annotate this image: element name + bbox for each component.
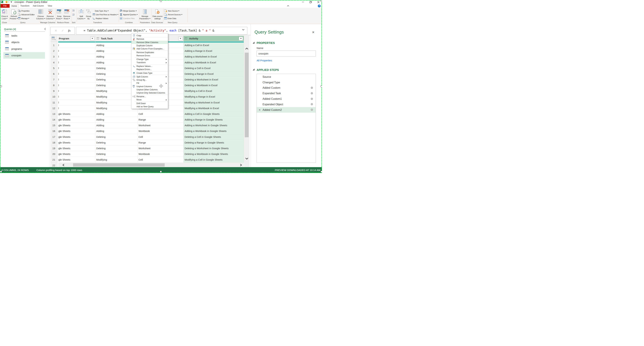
cell-program[interactable]: Excel — [58, 77, 95, 82]
replace-values-button[interactable]: 12Replace Values — [92, 17, 108, 20]
data-source-settings-button[interactable]: Data sourcesettings — [150, 8, 165, 20]
cell-object[interactable]: Cell — [138, 111, 184, 117]
close-panel-icon[interactable]: ✕ — [312, 31, 314, 34]
menu-item-remove-errors[interactable]: Remove Errors — [132, 54, 168, 57]
cell-activity[interactable]: Deleting a Workbook in Google Sheets — [184, 151, 244, 157]
cell-program[interactable]: Google Sheets — [58, 157, 95, 163]
cell-program[interactable]: Excel — [58, 100, 95, 105]
feedback-smiley-button[interactable] — [5, 1, 8, 4]
cell-activity[interactable]: Adding a Workbook in Google Sheets — [184, 128, 244, 134]
vertical-scrollbar[interactable] — [244, 42, 250, 163]
menu-item-unpivot-only-selected-columns[interactable]: Unpivot Only Selected Columns — [132, 91, 168, 95]
menu-item-drill-down[interactable]: Drill Down — [132, 102, 168, 105]
filter-button[interactable] — [239, 37, 243, 40]
query-name-input[interactable]: crossjoin — [256, 51, 316, 56]
delete-step-icon[interactable]: ✕ — [258, 108, 261, 112]
menu-item-copy[interactable]: Copy — [132, 34, 168, 37]
query-list-item[interactable]: tasks — [3, 32, 45, 39]
formula-cancel-icon[interactable]: ✕ — [54, 29, 57, 32]
maximize-button[interactable] — [308, 0, 314, 4]
remove-rows-button[interactable]: RemoveRows — [60, 8, 74, 20]
menu-item-replace-errors[interactable]: Replace Errors... — [132, 68, 168, 71]
cell-program[interactable]: Excel — [58, 65, 95, 71]
cell-activity[interactable]: Adding a Cell in Google Sheets — [184, 111, 244, 117]
applied-step-added-custom[interactable]: Added Custom — [257, 85, 316, 91]
menu-item-transform[interactable]: Transform — [132, 61, 168, 64]
quick-access-toolbar-button[interactable] — [10, 1, 12, 4]
menu-item-group-by[interactable]: Group By... — [132, 78, 168, 81]
cell-program[interactable]: Google Sheets — [58, 151, 95, 157]
applied-step-expanded-object[interactable]: Expanded Object — [257, 102, 316, 107]
new-source-button[interactable]: New Source — [164, 9, 179, 12]
cell-task[interactable]: Deleting — [95, 140, 138, 146]
tab-home[interactable]: Home — [10, 4, 19, 8]
cell-activity[interactable]: Deleting a Worksheet in Google Sheets — [184, 146, 244, 151]
horizontal-scrollbar[interactable] — [58, 163, 244, 167]
cell-object[interactable]: Cell — [138, 157, 184, 163]
select-all-corner[interactable] — [50, 36, 58, 41]
menu-item-replace-values[interactable]: 12Replace Values... — [132, 65, 168, 68]
help-button[interactable]: ? — [318, 4, 321, 7]
cell-program[interactable]: Excel — [58, 94, 95, 100]
cell-activity[interactable]: Adding a Cell in Excel — [184, 42, 244, 48]
cell-program[interactable]: Google Sheets — [58, 117, 95, 123]
step-settings-gear-icon[interactable] — [310, 103, 313, 106]
cell-object[interactable]: Worksheet — [138, 123, 184, 128]
properties-button[interactable]: Properties — [18, 9, 30, 12]
vertical-scroll-thumb[interactable] — [245, 53, 249, 137]
close-window-button[interactable] — [316, 0, 321, 4]
cell-program[interactable]: Google Sheets — [58, 111, 95, 117]
tab-file[interactable]: File — [0, 4, 10, 8]
step-settings-gear-icon[interactable] — [310, 108, 313, 112]
applied-step-changed-type[interactable]: Changed Type — [257, 80, 316, 85]
advanced-editor-button[interactable]: Advanced Editor — [18, 13, 34, 16]
cell-activity[interactable]: Modifying a Workbook in Excel — [184, 105, 244, 111]
cell-object[interactable]: Workbook — [138, 151, 184, 157]
recent-sources-button[interactable]: Recent Sources — [164, 13, 182, 16]
expand-formula-button[interactable] — [242, 29, 244, 32]
cell-activity[interactable]: Modifying a Cell in Excel — [184, 88, 244, 94]
query-list-item[interactable]: programs — [3, 46, 45, 52]
menu-item-remove[interactable]: Remove — [132, 37, 168, 41]
query-list-item[interactable]: objects — [3, 39, 45, 45]
cell-task[interactable]: Adding — [95, 123, 138, 128]
cell-program[interactable]: Excel — [58, 48, 95, 54]
cell-object[interactable]: Worksheet — [138, 146, 184, 151]
menu-item-move[interactable]: Move — [132, 98, 168, 101]
column-header-activity[interactable]: ABC123Activity — [184, 36, 244, 41]
minimize-button[interactable] — [300, 0, 306, 4]
scroll-down-arrow[interactable] — [245, 158, 248, 161]
enter-data-button[interactable]: Enter Data — [164, 17, 176, 20]
cell-activity[interactable]: Adding a Worksheet in Excel — [184, 54, 244, 59]
cell-program[interactable]: Excel — [58, 59, 95, 65]
cell-activity[interactable]: Deleting a Worksheet in Excel — [184, 77, 244, 82]
cell-task[interactable]: Deleting — [95, 151, 138, 157]
menu-item-add-column-from-examples[interactable]: Add Column From Examples... — [132, 47, 168, 50]
cell-task[interactable]: Adding — [95, 117, 138, 123]
cell-object[interactable]: Workbook — [138, 128, 184, 134]
cell-activity[interactable]: Deleting a Cell in Google Sheets — [184, 134, 244, 140]
cell-program[interactable]: Excel — [58, 71, 95, 77]
collapse-queries-pane-button[interactable] — [44, 28, 46, 31]
menu-item-remove-other-columns[interactable]: Remove Other Columns — [132, 41, 168, 44]
use-first-row-as-headers-button[interactable]: Use First Row as Headers — [93, 13, 118, 16]
menu-item-change-type[interactable]: Change Type — [132, 58, 168, 61]
cell-object[interactable]: Range — [138, 117, 184, 123]
horizontal-scroll-thumb[interactable] — [73, 163, 165, 167]
scroll-left-arrow[interactable] — [62, 164, 65, 167]
cell-task[interactable]: Deleting — [95, 146, 138, 151]
cell-activity[interactable]: Modifying a Range in Excel — [184, 94, 244, 100]
cell-activity[interactable]: Adding a Range in Excel — [184, 48, 244, 54]
manage-button[interactable]: Manage — [18, 17, 29, 20]
cell-activity[interactable]: Deleting a Range in Google Sheets — [184, 140, 244, 146]
cell-activity[interactable]: Adding a Range in Google Sheets — [184, 117, 244, 123]
menu-item-add-as-new-query[interactable]: Add as New Query — [132, 105, 168, 108]
applied-step-added-custom1[interactable]: Added Custom1 — [257, 96, 316, 102]
cell-program[interactable]: Google Sheets — [58, 123, 95, 128]
cell-task[interactable]: Modifying — [95, 157, 138, 163]
cell-task[interactable]: Adding — [95, 111, 138, 117]
step-settings-gear-icon[interactable] — [310, 98, 313, 101]
cell-program[interactable]: Excel — [58, 105, 95, 111]
cell-activity[interactable]: Modifying a Cell in Google Sheets — [184, 157, 244, 163]
append-queries-button[interactable]: Append Queries — [120, 13, 138, 16]
